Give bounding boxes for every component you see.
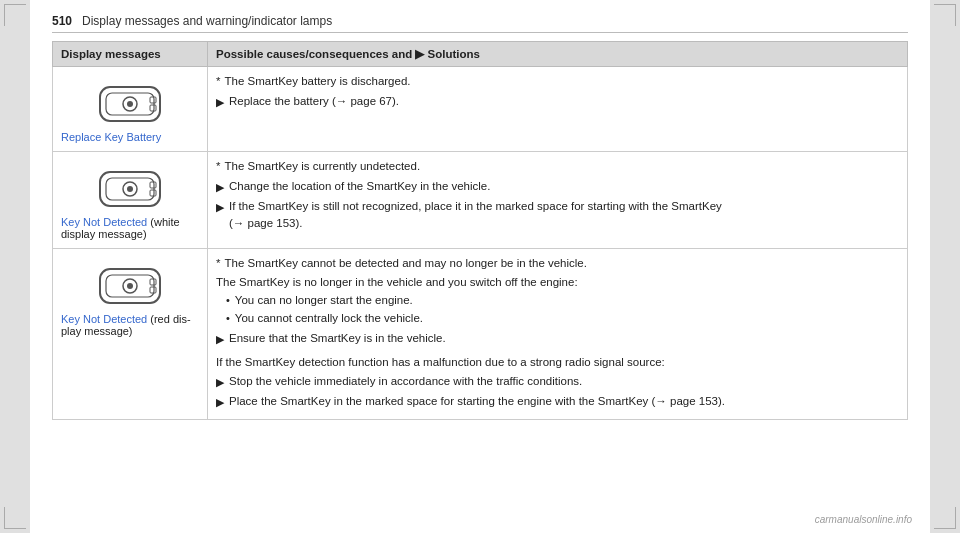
- smartkey-icon-white: [96, 164, 164, 214]
- smartkey-icon-red: [96, 261, 164, 311]
- asterisk-icon: *: [216, 73, 220, 91]
- corner-decoration-tl: [4, 4, 26, 26]
- table-row: Key Not Detected (white display message)…: [53, 152, 908, 249]
- corner-decoration-bl: [4, 507, 26, 529]
- asterisk-icon: *: [216, 158, 220, 176]
- display-cell-key-not-detected-white: Key Not Detected (white display message): [53, 152, 208, 249]
- watermark: carmanualsonline.info: [815, 514, 912, 525]
- col-header-display: Display messages: [53, 42, 208, 67]
- smartkey-icon-replace: [96, 79, 164, 129]
- corner-decoration-tr: [934, 4, 956, 26]
- page-title: Display messages and warning/indicator l…: [82, 14, 332, 28]
- svg-rect-17: [150, 287, 156, 293]
- arrow-icon: ▶: [216, 374, 224, 391]
- svg-point-3: [127, 101, 133, 107]
- key-not-detected-white-label: Key Not Detected (white display message): [61, 216, 199, 240]
- dot-icon: •: [226, 310, 230, 327]
- svg-point-9: [127, 186, 133, 192]
- arrow-icon: ▶: [216, 179, 224, 196]
- display-cell-key-not-detected-red: Key Not Detected (red dis- play message): [53, 249, 208, 420]
- svg-rect-16: [150, 279, 156, 285]
- causes-cell-key-not-detected-white: * The SmartKey is currently undetected. …: [208, 152, 908, 249]
- table-row: Replace Key Battery * The SmartKey batte…: [53, 67, 908, 152]
- key-not-detected-red-label: Key Not Detected (red dis- play message): [61, 313, 199, 337]
- asterisk-icon: *: [216, 255, 220, 273]
- table-row: Key Not Detected (red dis- play message)…: [53, 249, 908, 420]
- display-cell-replace-key: Replace Key Battery: [53, 67, 208, 152]
- causes-cell-key-not-detected-red: * The SmartKey cannot be detected and ma…: [208, 249, 908, 420]
- svg-rect-5: [150, 105, 156, 111]
- dot-icon: •: [226, 292, 230, 309]
- page-header: 510 Display messages and warning/indicat…: [52, 14, 908, 33]
- col-header-causes: Possible causes/consequences and ▶ Solut…: [208, 42, 908, 67]
- page-number: 510: [52, 14, 72, 28]
- svg-point-15: [127, 283, 133, 289]
- svg-rect-11: [150, 190, 156, 196]
- corner-decoration-br: [934, 507, 956, 529]
- replace-key-label: Replace Key Battery: [61, 131, 199, 143]
- svg-rect-10: [150, 182, 156, 188]
- main-table: Display messages Possible causes/consequ…: [52, 41, 908, 420]
- arrow-icon: ▶: [216, 94, 224, 111]
- arrow-icon: ▶: [216, 331, 224, 348]
- arrow-icon: ▶: [216, 199, 224, 216]
- causes-cell-replace-key: * The SmartKey battery is discharged. ▶ …: [208, 67, 908, 152]
- svg-rect-4: [150, 97, 156, 103]
- arrow-icon: ▶: [216, 394, 224, 411]
